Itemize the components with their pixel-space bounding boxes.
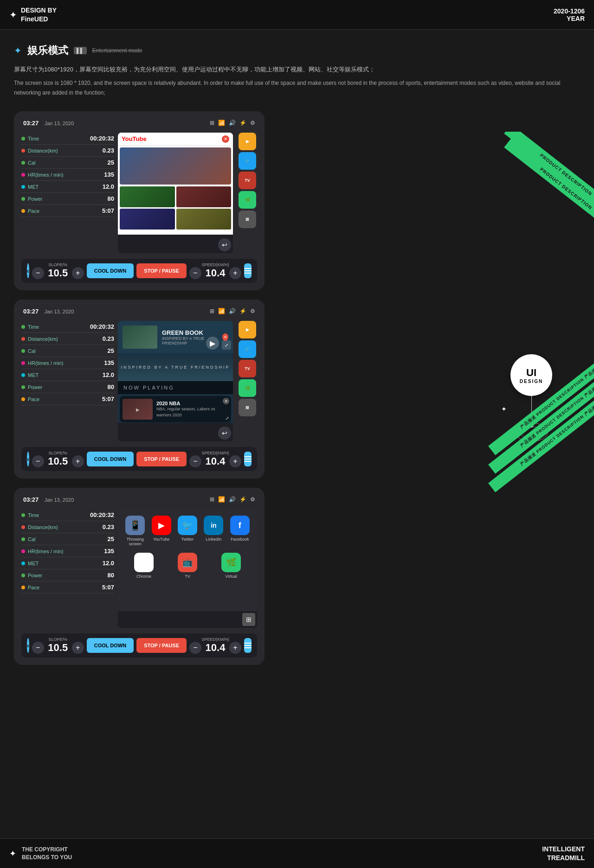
speed-minus-btn-2[interactable]: − (189, 455, 201, 467)
left-arrow-btn-3[interactable]: ‹ (27, 638, 29, 653)
settings-icon-3: ⚙ (250, 496, 255, 503)
nba-thumb: ▶ (123, 399, 153, 420)
stat-hr: HR(times / min) 135 (21, 169, 114, 181)
app-item-linkedin[interactable]: in LinkedIn (203, 516, 224, 546)
deco-star-1: ✦ (501, 405, 507, 413)
speed-minus-btn[interactable]: − (189, 267, 201, 279)
sidebar2-app-virtual[interactable]: 🌿 (239, 379, 256, 397)
linkedin-label: LinkedIn (206, 537, 221, 542)
stat3-distance: Distance(km) 0.23 (21, 521, 114, 533)
wifi-icon-2: 📶 (218, 308, 225, 314)
device-2-stats: Time 00:20:32 Distance(km) 0.23 Cal (21, 321, 114, 441)
stop-pause-btn[interactable]: STOP / PAUSE (136, 263, 187, 278)
app-item-youtube[interactable]: ▶ YouTube (150, 516, 172, 546)
twitter-label: Twitter (181, 537, 194, 542)
sidebar2-app-tv[interactable]: TV (239, 360, 256, 377)
greenbook-close-btn[interactable]: ✕ (222, 333, 228, 341)
stat2-dot-pace (21, 397, 25, 401)
curved-lines (513, 418, 550, 446)
menu-icon-2 (244, 456, 252, 462)
yt-video-bg (120, 147, 231, 185)
app-item-virtual[interactable]: 🌿 Virtual (212, 553, 251, 579)
footer: ✦ THE COPYRIGHT BELONGS TO YOU INTELLIGE… (0, 838, 594, 868)
sidebar-app-grid[interactable]: ⊞ (239, 211, 256, 228)
app-item-chrome[interactable]: ◎ Chrome (124, 553, 163, 579)
left-arrow-btn-2[interactable]: ‹ (27, 452, 29, 466)
sidebar-app-tv[interactable]: TV (239, 172, 256, 189)
speed-value: 10.4 (204, 267, 226, 279)
menu-line3-1 (244, 643, 252, 644)
cool-down-btn-2[interactable]: COOL DOWN (87, 452, 134, 466)
app-item-throwing[interactable]: 📱 Throwing screen (124, 516, 146, 546)
stop-pause-btn-3[interactable]: STOP / PAUSE (136, 638, 187, 653)
speed-minus-btn-3[interactable]: − (189, 642, 201, 654)
nba-expand-btn[interactable]: ⤢ (226, 416, 229, 421)
speed-plus-btn[interactable]: + (229, 267, 241, 279)
sidebar-app-twitter[interactable]: 🐦 (239, 152, 256, 170)
section-title-en: Entertainment mode (92, 47, 142, 54)
stat-dot-power (21, 197, 25, 201)
settings-icon-2: ⚙ (250, 308, 255, 314)
speed-value-2: 10.4 (204, 455, 226, 467)
device-1-main: Time 00:20:32 Distance(km) 0.23 Cal (21, 133, 257, 253)
yt-thumb-4 (176, 209, 232, 230)
menu-btn-3[interactable] (244, 638, 252, 653)
sidebar-app-youtube[interactable]: ▶ (239, 133, 256, 150)
back-button[interactable]: ↩ (218, 238, 231, 251)
stat2-dot-distance (21, 337, 25, 341)
slope-minus-btn-3[interactable]: − (32, 642, 44, 654)
stop-pause-btn-2[interactable]: STOP / PAUSE (136, 452, 187, 466)
cast-icon: ⊞ (210, 120, 214, 126)
speed-plus-btn-3[interactable]: + (229, 642, 241, 654)
sidebar2-app-youtube[interactable]: ▶ (239, 321, 256, 338)
greenbook-thumb (123, 326, 157, 349)
device-3: 03:27 Jan 13, 2020 ⊞ 📶 🔊 ⚡ ⚙ Time 00:2 (14, 488, 265, 665)
greenbook-play-btn[interactable]: ▶ (206, 337, 219, 350)
speed-plus-btn-2[interactable]: + (229, 455, 241, 467)
greenbook-expand-btn[interactable]: ⤢ (222, 340, 231, 350)
slope-plus-btn-2[interactable]: + (72, 455, 84, 467)
left-arrow-btn[interactable]: ‹ (27, 263, 29, 278)
yt-close-btn[interactable]: ✕ (222, 135, 229, 143)
greenbook-now-playing: NOW PLAYING (118, 381, 233, 394)
device-3-stats: Time 00:20:32 Distance(km) 0.23 Cal (21, 509, 114, 628)
speed-group-2: SPEED(km/h) − 10.4 + (189, 451, 241, 467)
stat3-time: Time 00:20:32 (21, 509, 114, 521)
menu-btn[interactable] (244, 263, 252, 278)
app-item-tv[interactable]: 📺 TV (168, 553, 207, 579)
device-1-media: YouTube ✕ (118, 133, 233, 253)
device-1: 03:27 Jan 13, 2020 ⊞ 📶 🔊 ⚡ ⚙ Time (14, 111, 265, 290)
device-3-controls: ‹ SLOPE/% − 10.5 + COOL DOWN STOP / PAUS… (21, 633, 257, 657)
speed-value-3: 10.4 (204, 642, 226, 654)
stat2-power: Power 80 (21, 381, 114, 393)
app-item-twitter[interactable]: 🐦 Twitter (177, 516, 198, 546)
menu-btn-2[interactable] (244, 452, 252, 466)
cool-down-btn-3[interactable]: COOL DOWN (87, 638, 134, 653)
app-item-facebook[interactable]: f Facebook (229, 516, 251, 546)
slope-plus-btn-3[interactable]: + (72, 642, 84, 654)
product-description-banner: PRODUCT DESCRIPTION (504, 132, 594, 225)
device-2-topbar: 03:27 Jan 13, 2020 ⊞ 📶 🔊 ⚡ ⚙ (21, 307, 257, 315)
wifi-icon-3: 📶 (218, 496, 225, 503)
slope-plus-btn[interactable]: + (72, 267, 84, 279)
device-3-main: Time 00:20:32 Distance(km) 0.23 Cal (21, 509, 257, 628)
yt-header: YouTube ✕ (118, 133, 233, 146)
stat2-dot-power (21, 385, 25, 389)
sidebar2-app-grid[interactable]: ⊞ (239, 399, 256, 416)
desc-cn: 屏幕尺寸为1080*1920，屏幕空间比较充裕，为充分利用空间、使用户运动过程中… (14, 64, 580, 75)
back-button-2[interactable]: ↩ (218, 427, 231, 440)
cool-down-btn[interactable]: COOL DOWN (87, 263, 134, 278)
grid-view-btn[interactable]: ⊞ (242, 613, 255, 626)
bluetooth-icon: ⚡ (239, 120, 246, 126)
sidebar-app-virtual[interactable]: 🌿 (239, 191, 256, 209)
slope-minus-btn[interactable]: − (32, 267, 44, 279)
device-3-time-date: 03:27 Jan 13, 2020 (23, 495, 74, 504)
slope-group-3: SLOPE/% − 10.5 + (32, 637, 84, 654)
slope-minus-btn-2[interactable]: − (32, 455, 44, 467)
stat2-cal: Cal 25 (21, 345, 114, 357)
header-left: ✦ DESIGN BY FineUED (9, 6, 57, 23)
device-2-icons: ⊞ 📶 🔊 ⚡ ⚙ (210, 308, 255, 314)
sidebar2-app-twitter[interactable]: 🐦 (239, 340, 256, 358)
yt-content (118, 146, 233, 231)
device-2: 03:27 Jan 13, 2020 ⊞ 📶 🔊 ⚡ ⚙ Time 00:2 (14, 300, 265, 479)
